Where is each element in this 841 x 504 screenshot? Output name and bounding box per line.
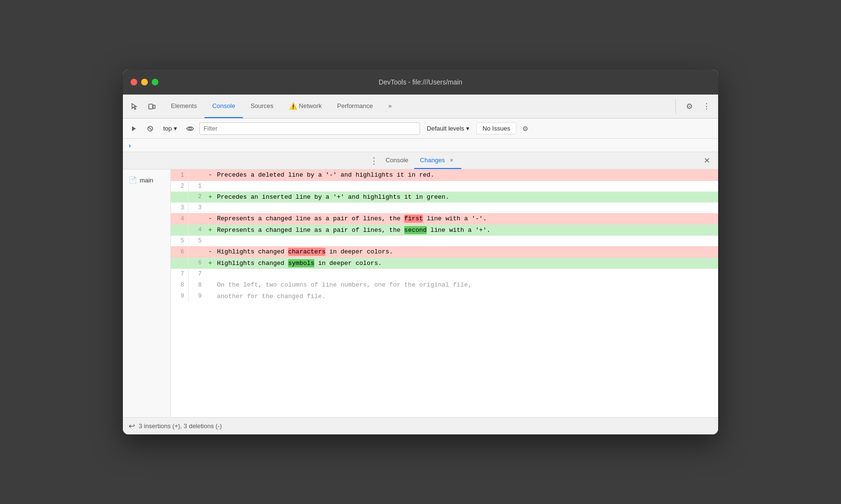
diff-marker [205, 291, 215, 302]
diff-marker: - [205, 246, 215, 258]
svg-rect-1 [153, 105, 155, 108]
run-button[interactable] [127, 121, 141, 136]
inspect-element-button[interactable] [127, 99, 142, 114]
panel-tab-console[interactable]: Console [380, 152, 414, 169]
toolbar-right: ⚙ ⋮ [672, 99, 714, 114]
file-icon: 📄 [129, 176, 137, 184]
sidebar-item-main[interactable]: 📄 main [123, 173, 170, 187]
main-toolbar: Elements Console Sources ⚠️ Network Perf… [123, 95, 718, 119]
changes-sidebar: 📄 main [123, 169, 171, 417]
line-num-new: 5 [188, 236, 205, 246]
line-num-old [171, 192, 188, 203]
table-row: 77 [171, 269, 718, 279]
settings-button[interactable]: ⚙ [682, 99, 697, 114]
clear-button[interactable] [143, 121, 157, 136]
diff-code [215, 269, 718, 279]
devtools-window: DevTools - file:///Users/main Elements C [123, 70, 718, 434]
line-num-new: 2 [188, 192, 205, 203]
table-row: 55 [171, 236, 718, 246]
diff-table: 1-Precedes a deleted line by a '-' and h… [171, 169, 718, 302]
customize-button[interactable]: ⋮ [699, 99, 714, 114]
line-num-new: 8 [188, 279, 205, 291]
tab-more[interactable]: » [381, 95, 399, 118]
line-num-new: 4 [188, 225, 205, 236]
diff-marker: - [205, 213, 215, 225]
line-num-new: 1 [188, 181, 205, 192]
console-toolbar: top ▾ Default levels ▾ No Issues ⚙ [123, 119, 718, 139]
diff-code: Highlights changed symbols in deeper col… [215, 258, 718, 269]
diff-marker [205, 236, 215, 246]
table-row: 21 [171, 181, 718, 192]
footer-summary: 3 insertions (+), 3 deletions (-) [139, 422, 222, 430]
tab-console[interactable]: Console [204, 95, 243, 118]
line-num-new: 9 [188, 291, 205, 302]
prompt-line: › [123, 139, 718, 152]
prompt-arrow-icon: › [129, 142, 131, 149]
highlight-del: first [404, 215, 423, 223]
table-row: 4+Represents a changed line as a pair of… [171, 225, 718, 236]
line-num-new [188, 246, 205, 258]
svg-marker-2 [132, 126, 136, 131]
context-selector[interactable]: top ▾ [159, 123, 181, 134]
panel-tab-changes[interactable]: Changes × [414, 152, 461, 169]
panel-close-button[interactable]: ✕ [701, 155, 712, 167]
default-levels-button[interactable]: Default levels ▾ [422, 123, 474, 134]
tab-performance[interactable]: Performance [329, 95, 380, 118]
tab-elements[interactable]: Elements [163, 95, 204, 118]
highlight-del: characters [288, 248, 325, 256]
table-row: 2+Precedes an inserted line by a '+' and… [171, 192, 718, 203]
diff-code [215, 181, 718, 192]
line-num-new [188, 213, 205, 225]
highlight-ins: second [404, 226, 427, 234]
diff-code [215, 203, 718, 213]
maximize-window-button[interactable] [152, 79, 158, 85]
console-settings-button[interactable]: ⚙ [518, 121, 533, 136]
undo-button[interactable]: ↩ [129, 421, 135, 431]
line-num-old: 5 [171, 236, 188, 246]
line-num-old: 4 [171, 213, 188, 225]
line-num-old: 8 [171, 279, 188, 291]
filter-input[interactable] [199, 122, 420, 135]
network-warning-icon: ⚠️ [289, 102, 297, 110]
line-num-new: 7 [188, 269, 205, 279]
table-row: 1-Precedes a deleted line by a '-' and h… [171, 169, 718, 181]
toolbar-icons [127, 99, 159, 114]
tab-network[interactable]: ⚠️ Network [281, 95, 330, 118]
diff-marker [205, 203, 215, 213]
diff-marker [205, 269, 215, 279]
line-num-old: 3 [171, 203, 188, 213]
bottom-panel: ⋮ Console Changes × ✕ 📄 main 1-P [123, 152, 718, 434]
footer-bar: ↩ 3 insertions (+), 3 deletions (-) [123, 417, 718, 434]
table-row: 33 [171, 203, 718, 213]
panel-more-button[interactable]: ⋮ [368, 155, 380, 167]
diff-marker [205, 181, 215, 192]
tab-sources[interactable]: Sources [243, 95, 281, 118]
minimize-window-button[interactable] [141, 79, 148, 85]
table-row: 6-Highlights changed characters in deepe… [171, 246, 718, 258]
levels-arrow-icon: ▾ [466, 125, 469, 132]
eye-button[interactable] [183, 121, 197, 136]
line-num-old: 6 [171, 246, 188, 258]
window-title: DevTools - file:///Users/main [379, 78, 462, 86]
issues-button[interactable]: No Issues [476, 122, 517, 134]
diff-code: Precedes an inserted line by a '+' and h… [215, 192, 718, 203]
close-window-button[interactable] [131, 79, 137, 85]
line-num-old [171, 258, 188, 269]
highlight-ins: symbols [288, 259, 314, 267]
line-num-old: 9 [171, 291, 188, 302]
traffic-lights [131, 79, 158, 85]
diff-code [215, 236, 718, 246]
title-bar: DevTools - file:///Users/main [123, 70, 718, 95]
panel-tabs-bar: ⋮ Console Changes × ✕ [123, 152, 718, 169]
toolbar-divider [675, 99, 676, 114]
device-toolbar-button[interactable] [144, 99, 159, 114]
table-row: 88On the left, two columns of line numbe… [171, 279, 718, 291]
diff-marker: + [205, 258, 215, 269]
diff-code: Precedes a deleted line by a '-' and hig… [215, 169, 718, 181]
diff-code: Represents a changed line as a pair of l… [215, 213, 718, 225]
diff-code: Highlights changed characters in deeper … [215, 246, 718, 258]
diff-code: another for the changed file. [215, 291, 718, 302]
changes-tab-close-button[interactable]: × [448, 156, 456, 164]
diff-marker: + [205, 225, 215, 236]
svg-line-4 [149, 127, 152, 130]
